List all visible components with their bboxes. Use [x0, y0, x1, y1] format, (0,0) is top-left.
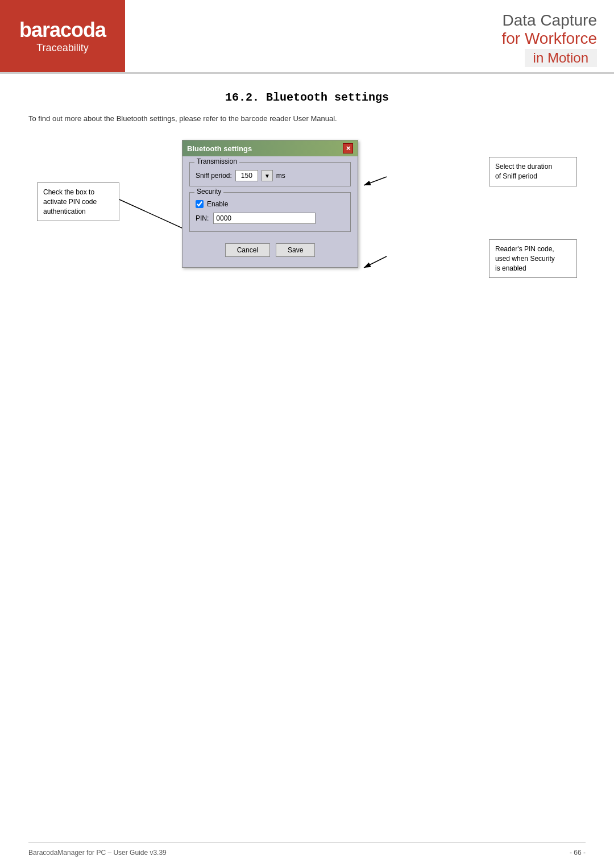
transmission-row: Sniff period: ▼ ms — [196, 170, 345, 181]
save-button[interactable]: Save — [276, 243, 315, 257]
sniff-period-label: Sniff period: — [196, 172, 232, 180]
sniff-period-input[interactable] — [235, 170, 258, 181]
main-content: 16.2. Bluetooth settings To find out mor… — [0, 74, 614, 384]
header-in-motion: in Motion — [525, 49, 597, 67]
callout-pin-checkbox: Check the box to activate PIN code authe… — [37, 182, 119, 221]
callout-pin-code: Reader's PIN code, used when Security is… — [489, 239, 577, 278]
svg-line-2 — [364, 256, 387, 268]
logo-top: baracoda — [19, 18, 106, 42]
header-for-workforce: for Workforce — [501, 30, 597, 48]
footer-left-text: BaracodaManager for PC – User Guide v3.3… — [28, 849, 167, 857]
cancel-button[interactable]: Cancel — [225, 243, 270, 257]
diagram-area: Check the box to activate PIN code authe… — [28, 140, 586, 367]
logo-bottom: Traceability — [19, 42, 106, 54]
enable-checkbox[interactable] — [196, 200, 204, 208]
svg-line-1 — [364, 177, 387, 185]
dialog-title-bar: Bluetooth settings ✕ — [182, 140, 358, 156]
dialog-title-text: Bluetooth settings — [187, 144, 252, 153]
security-row: Enable — [196, 200, 345, 208]
pin-label: PIN: — [196, 214, 209, 222]
page-footer: BaracodaManager for PC – User Guide v3.3… — [28, 842, 586, 857]
bluetooth-dialog: Bluetooth settings ✕ Transmission Sniff … — [182, 140, 358, 268]
page-header: baracoda Traceability Data Capture for W… — [0, 0, 614, 74]
sniff-dropdown-button[interactable]: ▼ — [262, 170, 273, 181]
transmission-group: Transmission Sniff period: ▼ ms — [189, 162, 351, 186]
dialog-buttons-row: Cancel Save — [189, 238, 351, 261]
dialog-close-button[interactable]: ✕ — [343, 143, 353, 153]
enable-label: Enable — [207, 200, 228, 208]
transmission-legend: Transmission — [194, 157, 239, 165]
footer-page-number: - 66 - — [570, 849, 586, 857]
callout-sniff-period: Select the duration of Sniff period — [489, 157, 577, 186]
section-title: 16.2. Bluetooth settings — [28, 91, 586, 104]
header-title-area: Data Capture for Workforce in Motion — [125, 0, 614, 72]
dialog-body: Transmission Sniff period: ▼ ms Security… — [182, 156, 358, 267]
logo-box: baracoda Traceability — [19, 18, 106, 54]
pin-input[interactable] — [213, 213, 316, 224]
security-legend: Security — [194, 188, 223, 196]
logo-area: baracoda Traceability — [0, 0, 125, 72]
intro-text: To find out more about the Bluetooth set… — [28, 114, 586, 123]
security-group: Security Enable PIN: — [189, 192, 351, 232]
pin-row: PIN: — [196, 213, 345, 224]
ms-label: ms — [276, 172, 285, 180]
header-data-capture: Data Capture — [502, 11, 597, 30]
